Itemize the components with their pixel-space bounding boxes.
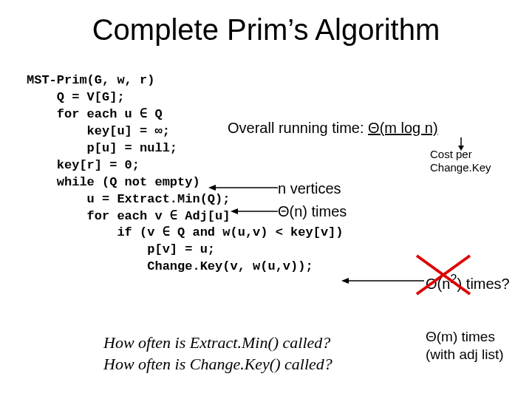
theta-n2-exp: 2: [450, 272, 457, 286]
answer-2: (with adj list): [426, 346, 504, 364]
question-2: How often is Change.Key() called?: [103, 354, 332, 375]
overall-running-time: Overall running time: Θ(m log n): [228, 120, 438, 137]
cost-per-line2: Change.Key: [430, 161, 491, 174]
cost-per-label: Cost per Change.Key: [430, 148, 491, 174]
question-1: How often is Extract.Min() called?: [103, 332, 332, 354]
answer-1: Θ(m) times: [426, 328, 504, 346]
arrow-icon: [341, 275, 424, 287]
theta-n2-prefix: Θ(n: [426, 276, 450, 292]
cost-per-line1: Cost per: [430, 148, 491, 161]
pseudocode-block: MST-Prim(G, w, r) Q = V[G]; for each u ∈…: [27, 72, 344, 276]
overall-theta: Θ(m log n): [368, 120, 437, 136]
svg-marker-7: [341, 278, 349, 284]
theta-n-squared-label: Θ(n2) times?: [426, 272, 510, 293]
questions-block: How often is Extract.Min() called? How o…: [103, 332, 332, 375]
answers-block: Θ(m) times (with adj list): [426, 328, 504, 364]
slide-title: Complete Prim’s Algorithm: [0, 13, 532, 47]
theta-n-times-label: Θ(n) times: [278, 203, 347, 220]
theta-n2-suffix: ) times?: [457, 276, 510, 292]
n-vertices-label: n vertices: [278, 180, 341, 197]
overall-prefix: Overall running time:: [228, 120, 368, 136]
